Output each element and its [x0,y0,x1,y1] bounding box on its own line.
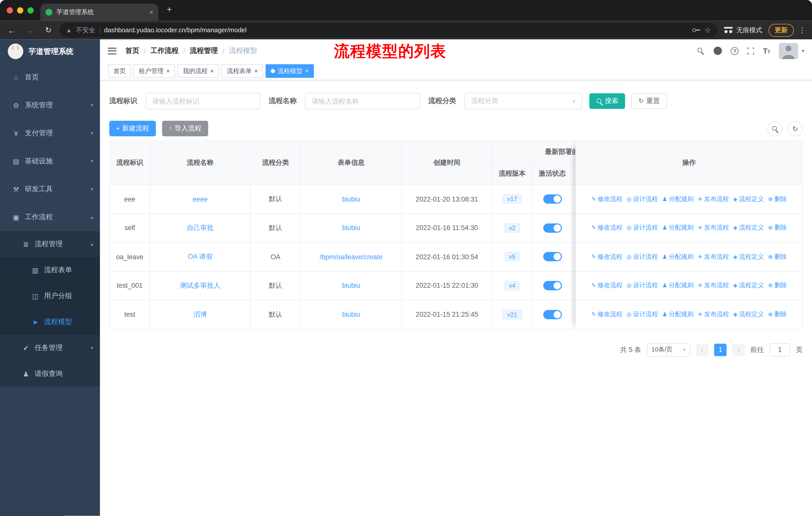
action-delete[interactable]: ⊗删除 [768,281,787,290]
sidebar-item-system[interactable]: ⚙系统管理▾ [0,91,100,119]
form-info-link[interactable]: biubiu [342,224,360,232]
page-number-1[interactable]: 1 [714,344,726,356]
process-name-input[interactable] [305,93,420,109]
tab-close-icon[interactable]: × [149,8,153,16]
sidebar-item-task-management[interactable]: ✔任务管理▾ [0,335,100,361]
search-button[interactable]: 搜索 [589,93,625,109]
action-design[interactable]: ◎设计流程 [627,223,658,232]
version-badge[interactable]: v2 [504,223,520,233]
show-search-button[interactable] [767,121,783,136]
action-definition[interactable]: ◈流程定义 [733,223,764,232]
tag-my-process[interactable]: 我的流程× [178,64,219,78]
action-assign-rule[interactable]: ♟分配规则 [662,310,693,319]
close-icon[interactable]: × [210,67,214,75]
sidebar-item-user-group[interactable]: ◫用户分组 [0,283,100,309]
action-assign-rule[interactable]: ♟分配规则 [662,281,693,290]
next-page-button[interactable]: › [732,344,745,356]
form-info-link[interactable]: biubiu [342,282,360,290]
help-icon[interactable]: ? [731,47,739,55]
version-badge[interactable]: v17 [502,194,522,204]
page-size-select[interactable]: 10条/页 ▾ [647,343,690,356]
avatar[interactable] [779,43,798,59]
close-icon[interactable]: × [305,67,309,75]
maximize-window-icon[interactable] [27,7,34,13]
action-delete[interactable]: ⊗删除 [768,223,787,232]
font-size-icon[interactable]: TT [763,47,770,55]
goto-page-input[interactable] [770,343,790,356]
action-modify[interactable]: ✎修改流程 [591,252,622,261]
sidebar-item-devtools[interactable]: ⚒研发工具▾ [0,175,100,203]
action-assign-rule[interactable]: ♟分配规则 [662,252,693,261]
sidebar-item-workflow[interactable]: ▣工作流程▴ [0,203,100,231]
form-info-link[interactable]: /bpm/oa/leave/create [320,253,383,261]
active-toggle[interactable] [543,252,561,261]
active-toggle[interactable] [543,310,561,319]
browser-menu-icon[interactable]: ⋮ [799,26,806,34]
process-name-link[interactable]: 滔博 [193,310,207,319]
process-name-link[interactable]: 测试多审批人 [180,281,220,290]
tag-tenant-management[interactable]: 租户管理× [134,64,175,78]
tag-process-model[interactable]: 流程模型× [266,64,314,78]
github-icon[interactable] [714,47,722,55]
sidebar-item-process-model[interactable]: ➤流程模型 [0,309,100,335]
action-publish[interactable]: ✈发布流程 [698,223,729,232]
security-label[interactable]: 不安全 [76,26,95,34]
action-modify[interactable]: ✎修改流程 [591,281,622,290]
action-assign-rule[interactable]: ♟分配规则 [662,223,693,232]
action-design[interactable]: ◎设计流程 [627,195,658,203]
collapse-sidebar-icon[interactable] [108,47,117,54]
sidebar-item-payment[interactable]: ¥支付管理▾ [0,119,100,147]
sidebar-item-home[interactable]: ⌂首页 [0,63,100,91]
action-publish[interactable]: ✈发布流程 [698,252,729,261]
forward-icon[interactable]: → [26,26,34,34]
close-icon[interactable]: × [166,67,170,75]
action-definition[interactable]: ◈流程定义 [733,252,764,261]
version-badge[interactable]: v21 [502,310,522,319]
version-badge[interactable]: v5 [504,252,520,261]
sidebar-item-process-management[interactable]: ≣流程管理▴ [0,231,100,257]
action-design[interactable]: ◎设计流程 [627,310,658,319]
refresh-table-button[interactable]: ↻ [788,121,803,136]
browser-tab[interactable]: 芋道管理系统 × [40,3,158,21]
sidebar-item-leave-query[interactable]: ♟请假查询 [0,361,100,387]
tag-home[interactable]: 首页 [108,64,131,78]
close-icon[interactable]: × [254,67,258,75]
action-delete[interactable]: ⊗删除 [768,195,787,203]
action-assign-rule[interactable]: ♟分配规则 [662,195,693,203]
breadcrumb-item[interactable]: 流程模型 [229,46,257,55]
active-toggle[interactable] [543,194,561,204]
breadcrumb-item[interactable]: 流程管理 [190,46,218,55]
sidebar-item-infrastructure[interactable]: ▤基础设施▾ [0,147,100,175]
create-process-button[interactable]: + 新建流程 [109,121,156,136]
action-publish[interactable]: ✈发布流程 [698,281,729,290]
action-design[interactable]: ◎设计流程 [627,252,658,261]
version-badge[interactable]: v4 [504,281,520,290]
process-category-select[interactable]: 流程分类 ▾ [464,93,582,109]
process-name-link[interactable]: OA 请假 [188,252,212,261]
action-definition[interactable]: ◈流程定义 [733,195,764,203]
browser-update-button[interactable]: 更新 [768,24,794,36]
action-publish[interactable]: ✈发布流程 [698,310,729,319]
form-info-link[interactable]: biubiu [342,311,360,319]
active-toggle[interactable] [543,223,561,233]
action-modify[interactable]: ✎修改流程 [591,195,622,203]
action-delete[interactable]: ⊗删除 [768,252,787,261]
url-text[interactable]: dashboard.yudao.iocoder.cn/bpm/manager/m… [104,26,689,34]
search-icon[interactable] [697,47,705,55]
avatar-chevron-down-icon[interactable]: ▾ [802,48,804,53]
close-window-icon[interactable] [7,7,13,13]
active-toggle[interactable] [543,281,561,290]
sidebar-item-process-form[interactable]: ▥流程表单 [0,257,100,283]
bookmark-star-icon[interactable]: ☆ [704,26,711,34]
action-modify[interactable]: ✎修改流程 [591,223,622,232]
breadcrumb-item[interactable]: 工作流程 [150,46,178,55]
action-publish[interactable]: ✈发布流程 [698,195,729,203]
back-icon[interactable]: ← [8,26,16,34]
minimize-window-icon[interactable] [17,7,23,13]
process-name-link[interactable]: 自己审批 [187,223,214,233]
address-bar[interactable]: ▲ 不安全 dashboard.yudao.iocoder.cn/bpm/man… [59,23,718,37]
import-process-button[interactable]: ↑ 导入流程 [162,121,208,136]
password-key-icon[interactable] [693,28,700,32]
reload-icon[interactable]: ↻ [45,25,52,35]
breadcrumb-item[interactable]: 首页 [125,46,140,55]
